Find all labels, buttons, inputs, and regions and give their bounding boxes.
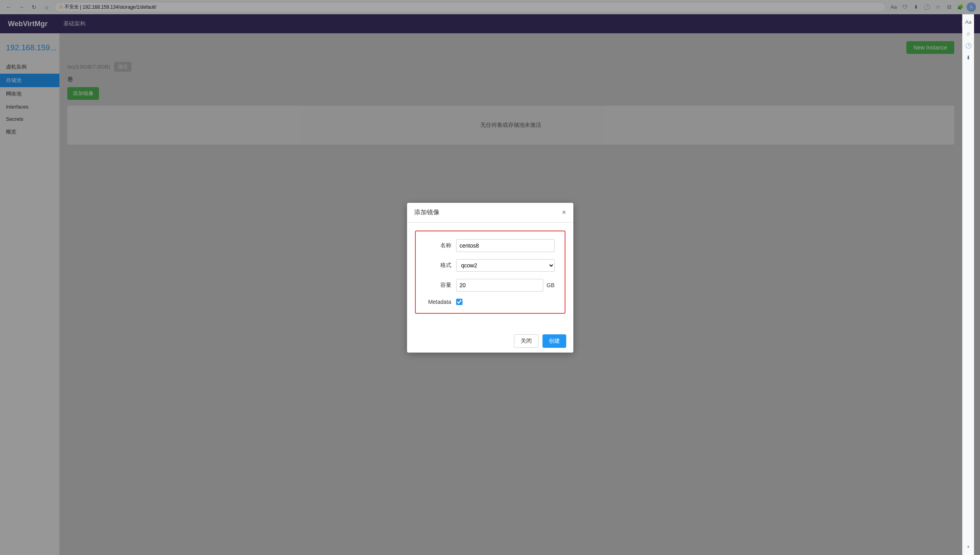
modal-header: 添加镜像 ×: [407, 203, 573, 223]
format-select[interactable]: qcow2 raw vmdk vdi: [456, 259, 555, 272]
modal-footer: 关闭 创建: [407, 330, 573, 353]
capacity-input[interactable]: [456, 279, 544, 292]
form-section: 名称 格式 qcow2 raw vmdk vdi 容量: [415, 231, 565, 314]
sidebar-favorites-icon[interactable]: ☆: [964, 29, 973, 38]
add-image-modal: 添加镜像 × 名称 格式 qcow2 raw vmdk vdi: [407, 203, 573, 353]
capacity-label: 容量: [426, 282, 451, 289]
sidebar-read-icon[interactable]: Aa: [964, 17, 973, 26]
sidebar-plus-icon[interactable]: ＋: [964, 542, 973, 551]
close-button[interactable]: 关闭: [514, 334, 539, 348]
name-label: 名称: [426, 242, 451, 249]
metadata-checkbox[interactable]: [456, 299, 462, 305]
format-row: 格式 qcow2 raw vmdk vdi: [426, 259, 555, 272]
browser-right-sidebar: Aa ☆ 🕐 ⬇ ＋: [962, 14, 974, 555]
modal-body: 名称 格式 qcow2 raw vmdk vdi 容量: [407, 223, 573, 330]
modal-overlay: 添加镜像 × 名称 格式 qcow2 raw vmdk vdi: [0, 0, 980, 555]
sidebar-downloads-icon[interactable]: ⬇: [964, 53, 973, 62]
name-row: 名称: [426, 239, 555, 252]
capacity-input-row: GB: [456, 279, 555, 292]
sidebar-history-icon[interactable]: 🕐: [964, 41, 973, 50]
format-label: 格式: [426, 262, 451, 269]
create-button[interactable]: 创建: [542, 334, 566, 348]
name-input[interactable]: [456, 239, 555, 252]
modal-title: 添加镜像: [414, 208, 440, 217]
metadata-label: Metadata: [426, 299, 451, 305]
capacity-row: 容量 GB: [426, 279, 555, 292]
modal-close-button[interactable]: ×: [562, 209, 566, 216]
capacity-unit: GB: [546, 282, 554, 288]
metadata-row: Metadata: [426, 299, 555, 305]
